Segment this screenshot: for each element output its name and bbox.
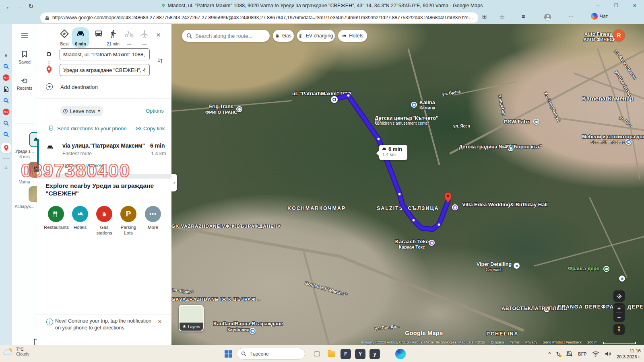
- collections-icon[interactable]: ≡: [522, 13, 525, 20]
- map-label-mebeli[interactable]: Мебели и стокивтора употреба...Second ha…: [582, 134, 634, 145]
- restore-button[interactable]: ❐: [607, 0, 625, 11]
- taskbar-search[interactable]: Търсене: [237, 348, 305, 360]
- route-details-link[interactable]: Details: [62, 162, 78, 169]
- search-along-route[interactable]: Search along the route...: [182, 30, 270, 42]
- chip-ev-charging[interactable]: EV charging: [297, 30, 335, 42]
- address-bar[interactable]: https://www.google.com/maps/dir/'43.2486…: [40, 12, 478, 23]
- edge-browser-button[interactable]: [394, 348, 407, 360]
- mode-walk[interactable]: 21 min: [106, 29, 120, 46]
- origin-input[interactable]: [60, 48, 150, 60]
- collapse-panel-tab[interactable]: ‹: [171, 174, 177, 191]
- zoom-controls[interactable]: + −: [613, 303, 625, 322]
- do-not-disturb-icon[interactable]: [566, 350, 573, 357]
- search-favicon[interactable]: [0, 130, 12, 139]
- poi-marker-villa[interactable]: [452, 204, 458, 210]
- minimize-button[interactable]: ─: [588, 0, 607, 11]
- map-label-patriarh[interactable]: ul. "PatriarhMaxim" 1088: [292, 91, 331, 97]
- clock-widget[interactable]: 11:16 20.3.2026 г.: [617, 348, 641, 360]
- layers-button[interactable]: Layers: [179, 305, 204, 331]
- volume-icon[interactable]: [605, 351, 611, 357]
- poi-marker-kalina[interactable]: [411, 102, 417, 108]
- mode-drive-selected[interactable]: 6 min: [72, 27, 89, 48]
- mode-transit[interactable]: [92, 29, 105, 41]
- destination-input[interactable]: [60, 64, 150, 76]
- add-destination-button[interactable]: Add destination: [60, 84, 98, 90]
- map-label-detski[interactable]: Детски центьр"Кътчето"Children's amuseme…: [375, 115, 431, 126]
- app-y2-button[interactable]: y: [369, 348, 381, 360]
- category-gas-stations[interactable]: Gas stations: [92, 206, 116, 236]
- privacy-link[interactable]: Privacy: [525, 340, 537, 344]
- menu-icon[interactable]: [21, 32, 28, 39]
- language-indicator[interactable]: БГР: [578, 352, 586, 356]
- dismiss-notification-icon[interactable]: ×: [158, 318, 162, 326]
- route-time-bubble[interactable]: 6 min 1.4 km: [379, 145, 407, 160]
- swap-route-icon[interactable]: [157, 56, 164, 64]
- map-label-kalina[interactable]: KalinaКалина: [419, 99, 435, 111]
- route-via[interactable]: via улица."Патриарх Максим": [62, 142, 145, 149]
- weather-widget[interactable]: 7°CCloudy: [3, 347, 29, 356]
- map-canvas[interactable]: 6 min 1.4 km Search along the route... G…: [171, 24, 644, 345]
- category-parking[interactable]: P Parking Lots: [116, 206, 140, 236]
- map-label-frig-trans[interactable]: Frig TransФРИГО ТРАНС: [205, 104, 237, 115]
- feedback-link[interactable]: Send Product Feedback: [543, 340, 582, 344]
- map-label-karaach[interactable]: Karaach TekeКараач Теке: [389, 239, 435, 250]
- map-label-gradina[interactable]: Детска градина №49 "Боров кът": [459, 144, 511, 150]
- category-restaurants[interactable]: Restaurants: [44, 206, 68, 230]
- map-label-kaufland[interactable]: KauflandВарна-ВъзражданеКауфланд: [213, 321, 264, 332]
- browser-profile-avatar[interactable]: [544, 14, 551, 21]
- poi-marker-unnamed[interactable]: [619, 276, 625, 282]
- mode-best[interactable]: Best: [58, 29, 71, 46]
- options-link[interactable]: Options: [146, 108, 164, 114]
- map-label-avtostakla[interactable]: АВТОСТЪКЛАТРИПЛЕКС: [502, 306, 544, 312]
- search-favicon[interactable]: [0, 96, 12, 105]
- task-view-button[interactable]: [311, 348, 323, 360]
- sync-icon[interactable]: ↻: [556, 351, 561, 357]
- recents-label[interactable]: Recents: [12, 86, 37, 90]
- saved-label[interactable]: Saved: [12, 60, 37, 64]
- country-link[interactable]: Bulgaria: [491, 340, 504, 344]
- terms-link[interactable]: Terms: [510, 340, 520, 344]
- app-f-button[interactable]: F: [340, 348, 352, 360]
- zoom-out-button[interactable]: −: [617, 313, 621, 322]
- add-sidebar-item-icon[interactable]: +: [0, 162, 12, 172]
- back-button[interactable]: ←: [3, 1, 14, 12]
- category-hotels[interactable]: Hotels: [68, 206, 92, 230]
- leave-now-dropdown[interactable]: Leave now▼: [60, 106, 103, 116]
- forward-button[interactable]: →: [14, 1, 25, 12]
- search-favicon[interactable]: [0, 118, 12, 128]
- chip-gas[interactable]: Gas: [273, 30, 294, 42]
- my-location-button[interactable]: [613, 290, 625, 302]
- favorite-star-icon[interactable]: ☆: [499, 13, 505, 21]
- send-to-phone-link[interactable]: Send directions to your phone: [57, 125, 127, 132]
- map-label-viper[interactable]: Viper DetailingCar wash: [471, 261, 517, 272]
- copy-link[interactable]: Copy link: [143, 125, 165, 132]
- poi-marker-franga-park[interactable]: [603, 266, 609, 272]
- chevron-down-icon[interactable]: ∨: [0, 51, 12, 60]
- wifi-icon[interactable]: [592, 351, 599, 357]
- split-screen-icon[interactable]: ⊞: [482, 13, 487, 20]
- chip-hotels[interactable]: Hotels: [338, 30, 367, 42]
- map-label-gsw[interactable]: GSW Fabz: [500, 119, 534, 125]
- map-label-auto-finess[interactable]: Auto FinessАУТО ФИНЕС: [578, 31, 618, 42]
- close-directions-icon[interactable]: ×: [156, 31, 161, 39]
- destination-pin[interactable]: [444, 192, 452, 203]
- account-avatar[interactable]: R: [613, 29, 625, 41]
- refresh-button[interactable]: ↻: [26, 1, 36, 12]
- close-button[interactable]: ✕: [625, 0, 644, 11]
- category-more[interactable]: ••• More: [141, 206, 165, 230]
- pegman-streetview-button[interactable]: [613, 324, 625, 335]
- maps-favicon-active[interactable]: [1, 143, 11, 153]
- route-preview-link[interactable]: Preview: [85, 162, 104, 169]
- copilot-button[interactable]: Чат: [591, 13, 608, 20]
- recents-icon[interactable]: ⟲: [21, 76, 27, 86]
- app-y-button[interactable]: Y: [354, 348, 366, 360]
- map-label-franga-park[interactable]: Франга дере: [568, 266, 599, 272]
- map-label-villa[interactable]: Villa Edea Wedding& Birthday Hall: [462, 202, 548, 208]
- file-explorer-button[interactable]: [325, 348, 337, 360]
- tray-chevron-up[interactable]: ^: [548, 351, 551, 357]
- start-button[interactable]: [222, 348, 234, 360]
- map-label-kamenar[interactable]: KamenarКаменар: [582, 95, 626, 102]
- poi-marker-gsw[interactable]: [533, 119, 539, 125]
- zoom-in-button[interactable]: +: [617, 304, 621, 313]
- more-menu-icon[interactable]: ⋯: [568, 13, 574, 20]
